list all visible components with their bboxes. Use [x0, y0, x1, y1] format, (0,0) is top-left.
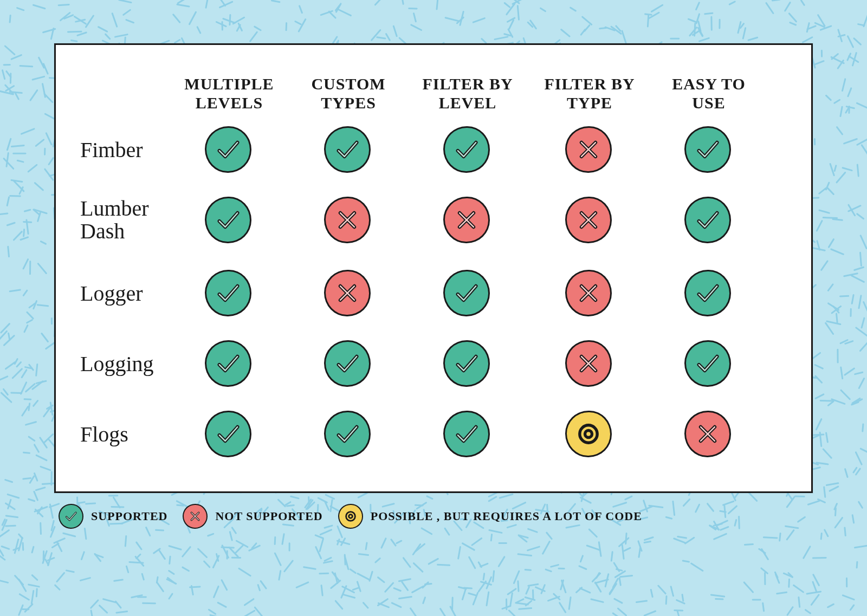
svg-line-705: [335, 573, 337, 583]
svg-line-1233: [0, 331, 7, 339]
svg-line-523: [11, 393, 22, 393]
svg-line-740: [845, 341, 853, 344]
svg-line-1391: [54, 539, 64, 543]
svg-line-1957: [481, 563, 488, 566]
svg-line-89: [318, 498, 327, 502]
svg-line-10: [44, 94, 53, 102]
svg-line-1436: [333, 37, 337, 43]
svg-line-776: [36, 381, 46, 383]
status-badge-not: [183, 504, 208, 529]
svg-point-2202: [346, 512, 355, 521]
svg-line-872: [784, 573, 792, 577]
svg-line-653: [50, 504, 59, 507]
svg-line-814: [378, 603, 389, 607]
svg-line-445: [819, 188, 826, 193]
svg-line-957: [834, 504, 837, 510]
svg-line-2072: [824, 487, 825, 497]
check-icon: [213, 349, 243, 378]
svg-line-1758: [183, 547, 190, 556]
svg-line-228: [826, 433, 828, 442]
svg-line-1040: [445, 18, 458, 21]
svg-line-1171: [8, 500, 11, 508]
svg-line-4: [761, 568, 768, 574]
svg-line-462: [320, 539, 323, 552]
svg-line-1934: [76, 20, 85, 22]
svg-line-2134: [597, 573, 599, 578]
svg-line-1799: [585, 25, 590, 31]
svg-line-1611: [611, 27, 621, 34]
svg-line-1500: [154, 549, 160, 553]
svg-line-592: [860, 449, 867, 453]
check-icon: [693, 349, 722, 378]
svg-line-383: [315, 535, 323, 539]
svg-line-1337: [159, 550, 165, 559]
svg-line-1521: [513, 0, 522, 4]
check-icon: [213, 419, 243, 449]
svg-line-261: [807, 592, 821, 594]
svg-line-371: [299, 20, 306, 31]
svg-line-1993: [864, 14, 867, 27]
svg-line-1566: [548, 596, 560, 601]
svg-point-2203: [348, 515, 352, 518]
svg-line-1999: [20, 187, 23, 194]
svg-line-1941: [855, 546, 868, 548]
svg-line-425: [393, 26, 397, 36]
svg-line-1532: [853, 53, 857, 66]
svg-line-1286: [100, 606, 107, 613]
grid-cell: [324, 411, 373, 459]
svg-line-1831: [619, 578, 620, 585]
svg-line-1162: [644, 541, 650, 542]
check-icon: [333, 419, 362, 449]
grid-cell: [565, 411, 614, 459]
svg-line-752: [677, 600, 684, 604]
svg-line-1370: [658, 586, 665, 594]
svg-line-458: [43, 29, 55, 33]
legend-label: NOT SUPPORTED: [215, 509, 322, 523]
svg-line-67: [849, 206, 860, 211]
svg-line-794: [11, 180, 22, 182]
svg-line-104: [413, 544, 420, 555]
svg-line-1795: [261, 581, 266, 589]
svg-line-1427: [541, 585, 545, 594]
svg-line-358: [836, 508, 836, 516]
svg-line-1356: [15, 359, 17, 364]
status-badge-possible: [338, 504, 363, 529]
svg-line-2012: [22, 129, 35, 134]
svg-line-1406: [530, 21, 536, 29]
grid-cell: [443, 197, 492, 245]
svg-line-334: [777, 592, 787, 594]
svg-line-732: [30, 476, 34, 483]
svg-line-1228: [814, 61, 824, 64]
svg-line-933: [34, 491, 38, 500]
svg-line-1887: [856, 452, 862, 464]
svg-line-554: [685, 537, 694, 543]
status-badge-possible: [565, 411, 612, 457]
svg-line-2183: [376, 0, 382, 5]
svg-line-1030: [29, 499, 35, 501]
svg-line-1612: [514, 571, 519, 583]
svg-line-643: [29, 404, 30, 411]
check-icon: [213, 205, 243, 235]
svg-line-2016: [516, 599, 523, 602]
svg-line-824: [803, 37, 812, 42]
status-badge-supported: [324, 126, 371, 173]
column-header: MULTIPLE LEVELS: [170, 75, 289, 112]
svg-line-5: [350, 569, 355, 573]
svg-line-1192: [183, 567, 189, 571]
svg-line-975: [818, 15, 825, 26]
svg-line-1439: [114, 580, 123, 581]
svg-line-1088: [21, 382, 27, 394]
svg-line-268: [816, 376, 822, 382]
svg-line-1008: [335, 601, 342, 609]
svg-line-337: [666, 596, 667, 604]
svg-line-806: [862, 145, 867, 155]
svg-line-955: [463, 543, 475, 550]
svg-line-19: [688, 19, 696, 22]
svg-line-800: [589, 529, 597, 537]
svg-line-501: [34, 401, 38, 406]
svg-line-1343: [759, 549, 765, 553]
grid-cell: [443, 270, 492, 319]
grid-cell: [205, 411, 254, 459]
svg-line-1702: [732, 492, 735, 500]
svg-line-121: [91, 611, 92, 616]
